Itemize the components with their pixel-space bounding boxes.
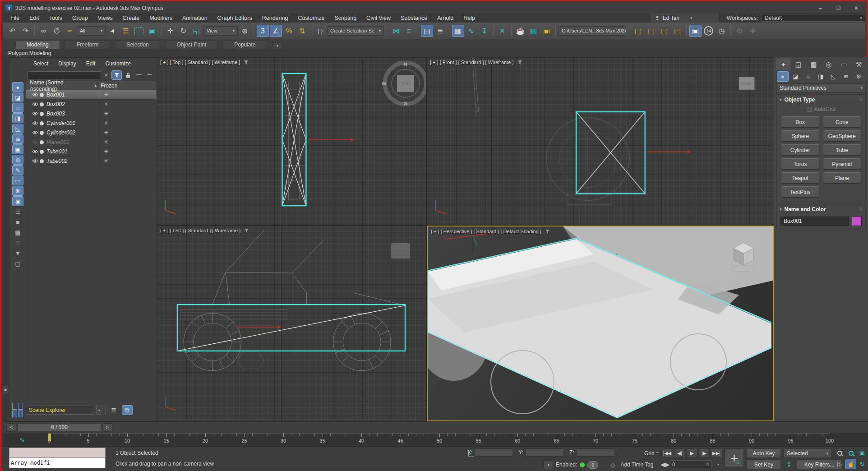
mute-count-badge[interactable]: 0: [587, 461, 598, 469]
object-type-rollout-header[interactable]: ▾ Object Type ⠿: [777, 95, 865, 105]
object-color-swatch[interactable]: [852, 216, 862, 226]
menu-substance[interactable]: Substance: [396, 13, 432, 23]
mirror-icon[interactable]: ⋈: [390, 25, 402, 37]
scene-object-row-plane001[interactable]: Plane001 ✳: [26, 138, 157, 147]
listener-macro-pane[interactable]: [9, 448, 106, 458]
render-toggle-icon[interactable]: [40, 150, 44, 154]
filter-xrefs-icon[interactable]: ⊕: [12, 155, 23, 165]
menu-civil-view[interactable]: Civil View: [361, 13, 396, 23]
render-production-icon[interactable]: ▣: [689, 25, 702, 37]
frozen-toggle-icon[interactable]: ✳: [99, 147, 157, 156]
menu-file[interactable]: File: [5, 13, 24, 23]
ribbon-tab-freeform[interactable]: Freeform: [65, 40, 110, 49]
reference-coordinate-system-dropdown[interactable]: ViewView: [203, 26, 238, 36]
ribbon-tab-modeling[interactable]: Modeling: [15, 40, 60, 49]
scene-object-row-tube001[interactable]: Tube001 ✳: [26, 147, 157, 157]
undo-icon[interactable]: ↶: [6, 25, 18, 37]
field-of-view-icon[interactable]: ▷: [834, 459, 845, 469]
previous-frame-button[interactable]: ◀|: [674, 448, 685, 458]
menu-graph-editors[interactable]: Graph Editors: [212, 13, 257, 23]
eye-icon[interactable]: [32, 159, 39, 163]
mute-animation-icon[interactable]: ◑: [543, 460, 553, 469]
set-key-button[interactable]: Set Key: [747, 460, 781, 469]
filter-containers-icon[interactable]: ▭: [12, 175, 23, 185]
dock-panel-icon[interactable]: [11, 402, 23, 418]
close-button[interactable]: ✕: [847, 3, 865, 13]
filter-shapes-icon[interactable]: ◪: [12, 92, 23, 102]
filter-frozen-icon[interactable]: ❋: [12, 186, 23, 196]
viewport-filter-icon[interactable]: [545, 229, 550, 234]
filter-lights-icon[interactable]: ☼: [12, 103, 23, 113]
schematic-view-icon[interactable]: ✕: [496, 25, 508, 37]
scene-object-row-box002[interactable]: Box002 ✳: [26, 100, 157, 109]
se-menu-edit[interactable]: Edit: [81, 60, 101, 67]
menu-arnold[interactable]: Arnold: [432, 13, 458, 23]
angle-snap-toggle-icon[interactable]: ∠: [270, 25, 282, 37]
key-selection-dropdown[interactable]: Selected ▾: [784, 448, 831, 458]
curve-editor-icon[interactable]: ∿: [465, 25, 477, 37]
edit-named-selection-sets-icon[interactable]: { }: [314, 25, 326, 37]
inactive-plus-icon[interactable]: ✚: [747, 25, 759, 37]
object-type-button[interactable]: GeoSphere: [823, 130, 861, 141]
named-selection-sets-dropdown[interactable]: Create Selection SeCreate Selection Se: [327, 26, 384, 36]
render-iterations-icon[interactable]: 14: [704, 26, 713, 36]
spinner-snap-toggle-icon[interactable]: ⇅: [296, 25, 308, 37]
viewport-front[interactable]: [ + ] [ Front ] [ Standard ] [ Wireframe…: [427, 57, 774, 225]
inactive-gear-icon[interactable]: ⚙: [734, 25, 746, 37]
x-coordinate-field[interactable]: [474, 448, 513, 457]
viewport-top[interactable]: [ + ] [ Top ] [ Standard ] [ Wireframe ]: [157, 57, 426, 225]
object-type-button[interactable]: Teapot: [781, 172, 819, 183]
pick-list-icon[interactable]: ≔: [134, 71, 143, 80]
viewport-perspective[interactable]: [ + ] [ Perspective ] [ Standard ] [ Def…: [427, 226, 774, 421]
filter-hidden-icon[interactable]: ◉: [12, 196, 23, 206]
clear-search-icon[interactable]: ✕: [103, 72, 110, 78]
render-toggle-icon[interactable]: [40, 131, 44, 135]
select-and-move-icon[interactable]: ✛: [164, 25, 176, 37]
key-mode-toggle-icon[interactable]: ◀▶: [661, 460, 669, 469]
display-children-icon[interactable]: ■: [12, 217, 23, 227]
cameras-category-icon[interactable]: ◨: [815, 71, 826, 82]
scene-object-row-cylinder002[interactable]: Cylinder002 ✳: [26, 128, 157, 138]
sync-selection-icon[interactable]: ≕: [145, 71, 154, 80]
orbit-icon[interactable]: ↻: [857, 459, 868, 469]
menu-rendering[interactable]: Rendering: [257, 13, 293, 23]
menu-views[interactable]: Views: [93, 13, 118, 23]
redo-icon[interactable]: ↷: [19, 25, 32, 37]
utilities-tab-icon[interactable]: ⚒: [852, 58, 867, 70]
y-coordinate-field[interactable]: [525, 448, 564, 457]
object-type-button[interactable]: TextPlus: [781, 186, 819, 197]
render-setup-icon[interactable]: ▦: [527, 25, 540, 37]
time-configuration-icon[interactable]: ◔: [713, 460, 723, 469]
viewport-perspective-label[interactable]: [ + ] [ Perspective ] [ Standard ] [ Def…: [431, 229, 550, 234]
time-marker[interactable]: [48, 434, 51, 441]
dope-sheet-icon[interactable]: ↧: [478, 25, 490, 37]
render-toggle-icon[interactable]: [40, 159, 44, 163]
render-toggle-icon[interactable]: [40, 102, 44, 106]
frozen-toggle-icon[interactable]: ✳: [99, 109, 157, 118]
default-in-out-tangents-icon[interactable]: ⁑: [784, 460, 794, 469]
geometry-category-icon[interactable]: ●: [777, 71, 789, 82]
workspace-dropdown[interactable]: Default ▾: [762, 14, 865, 22]
minimize-button[interactable]: –: [811, 3, 829, 13]
viewport-top-label[interactable]: [ + ] [ Top ] [ Standard ] [ Wireframe ]: [160, 60, 249, 65]
new-container-icon[interactable]: ▢: [12, 259, 23, 268]
search-filter-icon[interactable]: [111, 70, 122, 80]
menu-animation[interactable]: Animation: [177, 13, 212, 23]
space-warps-category-icon[interactable]: ≋: [840, 71, 852, 82]
eye-icon[interactable]: [32, 130, 39, 135]
scene-explorer-selector[interactable]: Scene Explorer: [26, 406, 93, 415]
ribbon-tab-selection[interactable]: Selection: [115, 40, 160, 49]
time-slider-frame-display[interactable]: 0 / 100: [18, 423, 101, 432]
zoom-all-icon[interactable]: [845, 448, 856, 458]
object-type-button[interactable]: Cylinder: [781, 144, 819, 155]
selection-filter-dropdown[interactable]: AllAll: [77, 26, 106, 36]
autogrid-checkbox[interactable]: [807, 107, 812, 112]
se-menu-display[interactable]: Display: [53, 60, 81, 67]
systems-category-icon[interactable]: ⚙: [853, 71, 864, 82]
frozen-toggle-icon[interactable]: ✳: [99, 90, 157, 99]
maximize-button[interactable]: ❐: [829, 3, 847, 13]
ribbon-tab-object-paint[interactable]: Object Paint: [166, 40, 217, 49]
bind-to-space-warp-icon[interactable]: ≈: [64, 25, 76, 37]
search-input[interactable]: [28, 71, 101, 79]
viewport-left-label[interactable]: [ + ] [ Left ] [ Standard ] [ Wireframe …: [160, 228, 249, 233]
